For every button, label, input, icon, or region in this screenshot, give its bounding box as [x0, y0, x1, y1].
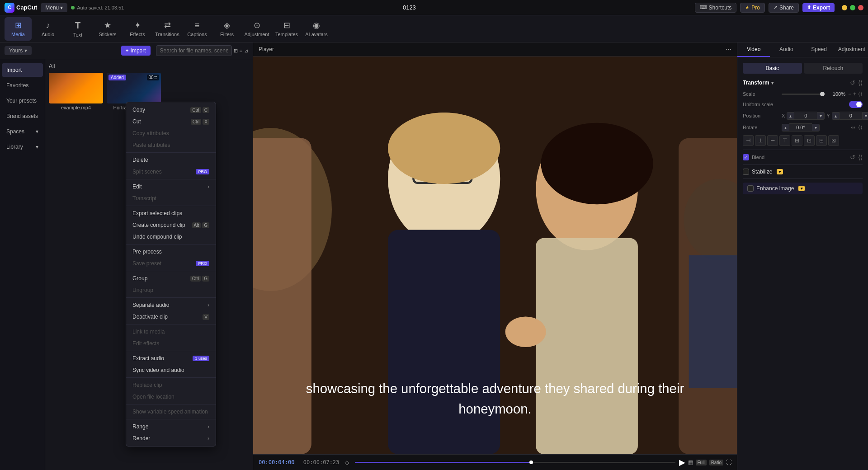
scale-plus-button[interactable]: + [853, 91, 856, 97]
player-more-button[interactable]: ··· [726, 45, 731, 53]
fullscreen-button[interactable]: ⛶ [726, 459, 731, 465]
svg-rect-6 [388, 230, 500, 454]
subtab-basic[interactable]: Basic [743, 63, 802, 74]
tool-text[interactable]: T Text [64, 17, 91, 41]
media-item-example[interactable]: example.mp4 [49, 73, 103, 110]
uniform-scale-toggle[interactable] [849, 101, 863, 108]
pos-x-down[interactable]: ▴ [787, 112, 794, 120]
tool-effects[interactable]: ✦ Effects [124, 17, 151, 41]
maximize-button[interactable]: □ [850, 5, 855, 10]
cm-delete[interactable]: Delete [126, 154, 216, 166]
scale-keyframe-button[interactable]: ⟨⟩ [858, 91, 863, 97]
tab-video[interactable]: Video [737, 42, 770, 57]
rotate-up[interactable]: ▾ [812, 124, 820, 132]
sidebar-item-brand-assets[interactable]: Brand assets [2, 109, 43, 123]
transform-reset-button[interactable]: ↺ [850, 79, 855, 86]
cm-undo-compound[interactable]: Undo compound clip [126, 231, 216, 243]
shortcuts-button[interactable]: ⌨ Shortcuts [695, 3, 737, 13]
pos-y-down[interactable]: ▴ [832, 112, 840, 120]
cm-cut[interactable]: Cut CtrlX [126, 116, 216, 127]
nav-sidebar: Import Favorites Your presets Brand asse… [0, 59, 45, 470]
blend-reset-button[interactable]: ↺ [850, 154, 855, 161]
align-right-button[interactable]: ⊢ [767, 135, 778, 146]
align-left-button[interactable]: ⊣ [743, 135, 754, 146]
pro-button[interactable]: ★ Pro [740, 3, 765, 13]
cm-separate-audio[interactable]: Separate audio › [126, 299, 216, 311]
rotate-keyframe-button[interactable]: ⟨⟩ [858, 124, 863, 131]
tool-transitions[interactable]: ⇄ Transitions [154, 17, 181, 41]
view-toggle-button[interactable]: ⊞ [234, 48, 238, 54]
filter-all-button[interactable]: All [49, 63, 55, 69]
scale-row: Scale 100% − + ⟨⟩ [743, 91, 863, 97]
cm-deactivate[interactable]: Deactivate clip V [126, 311, 216, 323]
filter-button[interactable]: ⊿ [244, 48, 248, 54]
sidebar-item-presets[interactable]: Your presets [2, 94, 43, 108]
sort-button[interactable]: ≡ [240, 48, 242, 53]
pos-y-up[interactable]: ▾ [862, 112, 868, 120]
align-center-v-button[interactable]: ⊞ [792, 135, 802, 146]
import-button[interactable]: + Import [121, 46, 151, 56]
cm-render[interactable]: Render › [126, 432, 216, 444]
cm-copy[interactable]: Copy CtrlC [126, 104, 216, 116]
sidebar-item-library[interactable]: Library ▾ [2, 140, 43, 154]
share-icon: ↗ [774, 5, 778, 10]
duration-badge: 00::: [147, 75, 159, 80]
tool-templates[interactable]: ⊟ Templates [273, 17, 300, 41]
cm-extract-audio[interactable]: Extract audio 3 uses [126, 352, 216, 364]
minimize-button[interactable]: − [842, 5, 847, 10]
blend-checkbox[interactable]: ✓ [743, 154, 749, 160]
cm-create-compound[interactable]: Create compound clip AltG [126, 219, 216, 231]
total-time: 00:00:07:23 [303, 459, 339, 465]
cm-variable-speed: Show variable speed animation [126, 406, 216, 418]
cm-paste-attributes: Paste attributes [126, 139, 216, 151]
tool-adjustment[interactable]: ⊙ Adjustment [243, 17, 270, 41]
cm-export-selected[interactable]: Export selected clips [126, 207, 216, 219]
tool-media[interactable]: ⊞ Media [5, 17, 32, 41]
tool-captions[interactable]: ≡ Captions [184, 17, 211, 41]
tool-filters[interactable]: ◈ Filters [213, 17, 241, 41]
sidebar-item-import[interactable]: Import [2, 63, 43, 77]
pos-x-up[interactable]: ▾ [817, 112, 825, 120]
blend-keyframe-button[interactable]: ⟨⟩ [858, 154, 863, 161]
align-top-button[interactable]: ⊤ [779, 135, 790, 146]
cm-copy-attributes: Copy attributes [126, 127, 216, 139]
share-button[interactable]: ↗ Share [769, 3, 799, 13]
tab-adjustment[interactable]: Adjustment [835, 42, 868, 57]
yours-button[interactable]: Yours ▾ [5, 46, 32, 55]
scale-slider[interactable] [782, 94, 822, 95]
tool-stickers[interactable]: ★ Stickers [94, 17, 121, 41]
align-center-h-button[interactable]: ⊥ [755, 135, 766, 146]
rotate-down[interactable]: ▴ [782, 124, 789, 132]
close-button[interactable]: ✕ [858, 5, 863, 10]
timeline-button[interactable]: ▦ [688, 459, 693, 465]
distribute-h-button[interactable]: ⊟ [816, 135, 827, 146]
scale-minus-button[interactable]: − [848, 91, 851, 97]
subtab-retouch[interactable]: Retouch [804, 63, 863, 74]
export-button[interactable]: ⬆ Export [802, 3, 835, 12]
ratio-button[interactable]: Ratio [709, 459, 723, 465]
tab-speed[interactable]: Speed [803, 42, 835, 57]
adjustment-icon: ⊙ [254, 20, 260, 30]
cm-edit[interactable]: Edit › [126, 181, 216, 193]
cm-sync-audio[interactable]: Sync video and audio [126, 364, 216, 376]
menu-button[interactable]: Menu ▾ [41, 3, 67, 12]
search-input[interactable] [156, 45, 232, 56]
distribute-v-button[interactable]: ⊠ [828, 135, 839, 146]
flip-horizontal-button[interactable]: ⇔ [851, 124, 855, 131]
sidebar-item-favorites[interactable]: Favorites [2, 79, 43, 92]
player-progress-bar[interactable] [355, 462, 675, 463]
transform-keyframe-button[interactable]: ⟨⟩ [858, 79, 863, 86]
full-button[interactable]: Full [696, 459, 707, 465]
tool-ai-avatars[interactable]: ◉ AI avatars [303, 17, 330, 41]
tab-audio[interactable]: Audio [770, 42, 802, 57]
stabilize-checkbox[interactable] [743, 169, 749, 175]
cm-preprocess[interactable]: Pre-process [126, 246, 216, 258]
cm-group[interactable]: Group CtrlG [126, 273, 216, 284]
sidebar-item-spaces[interactable]: Spaces ▾ [2, 125, 43, 138]
tool-audio[interactable]: ♪ Audio [34, 17, 61, 41]
play-button[interactable]: ▶ [679, 457, 685, 467]
keyframe-button[interactable]: ◇ [343, 458, 351, 467]
align-bottom-button[interactable]: ⊡ [804, 135, 815, 146]
enhance-image-checkbox[interactable] [747, 185, 754, 192]
cm-range[interactable]: Range › [126, 421, 216, 432]
